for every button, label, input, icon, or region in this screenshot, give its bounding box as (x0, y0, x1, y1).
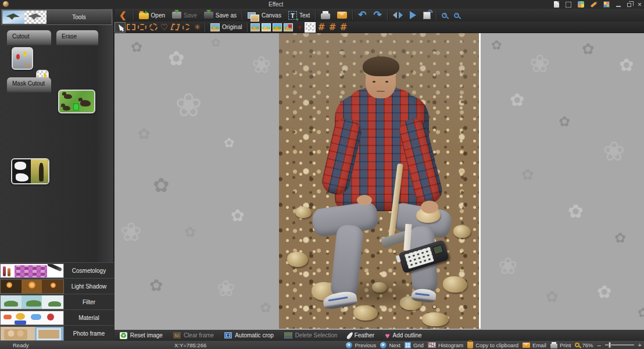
frame-tool-2[interactable]: # (327, 22, 338, 33)
undo-button[interactable]: ↶ (355, 9, 370, 22)
play-triangle-icon (410, 11, 416, 19)
effect-preview-3[interactable] (271, 22, 282, 33)
email-button[interactable] (334, 9, 350, 22)
zoom-plus[interactable]: + (638, 341, 642, 348)
palette-icon[interactable] (578, 1, 584, 8)
tools-panel-header[interactable]: Tools (1, 9, 112, 25)
effect-preview-4[interactable] (282, 22, 294, 33)
canvas-button[interactable]: Canvas (244, 9, 285, 22)
pointer-tool[interactable] (115, 22, 126, 33)
zoom-in-icon: + (442, 13, 447, 18)
feather-button[interactable]: Feather (343, 330, 380, 341)
editing-canvas[interactable] (115, 33, 644, 330)
restore-button[interactable] (627, 3, 631, 7)
color-grid-icon[interactable] (603, 1, 610, 8)
close-button[interactable]: × (638, 1, 642, 8)
open-button[interactable]: Open (135, 9, 169, 22)
erase-section-header[interactable]: Erase (56, 30, 98, 45)
rotate-button[interactable] (420, 9, 434, 22)
reset-image-button[interactable]: ♻Reset image (115, 330, 168, 341)
fullscreen-icon[interactable] (566, 2, 571, 8)
effect-thumbnail-icon (273, 23, 282, 31)
play-button[interactable] (406, 9, 420, 22)
flip-button[interactable] (389, 9, 406, 22)
category-filter[interactable]: Filter (0, 294, 114, 309)
zoom-out-button[interactable]: – (450, 9, 463, 22)
mask-cutout-section-header[interactable]: Mask Cutout (7, 77, 51, 92)
print-status-button[interactable]: Print (550, 342, 571, 348)
back-button[interactable]: ❮ (115, 9, 131, 22)
photo-image[interactable] (279, 33, 481, 329)
effect-preview-2[interactable] (260, 22, 271, 33)
redo-icon: ↷ (373, 11, 381, 19)
heart-select-tool[interactable]: ♡ (159, 22, 170, 33)
next-button[interactable]: Next (380, 342, 400, 348)
flip-horizontal-icon (393, 12, 403, 19)
frame-hash-icon: # (318, 23, 325, 31)
red-wand-tool[interactable]: ➤ (294, 22, 305, 33)
histogram-button[interactable]: Histogram (428, 342, 463, 348)
boy-hand (421, 201, 438, 213)
email-icon (523, 343, 530, 348)
add-outline-button[interactable]: ♥Add outline (380, 330, 427, 341)
redo-button[interactable]: ↷ (370, 9, 385, 22)
ellipse-select-tool[interactable] (148, 22, 159, 33)
previous-icon (346, 342, 352, 348)
transparent-background-tool[interactable] (305, 22, 316, 33)
flower-decoration (231, 208, 244, 224)
effect-preview-1[interactable] (249, 22, 260, 33)
email-status-button[interactable]: Email (523, 342, 546, 348)
category-photo-frame[interactable]: Photo frame (0, 325, 114, 341)
automatic-crop-button[interactable]: Automatic crop (219, 330, 279, 341)
print-icon (550, 344, 557, 348)
save-as-button[interactable]: Save as (201, 9, 240, 22)
frame-tool-1[interactable]: # (316, 22, 327, 33)
material-thumbnail (0, 311, 64, 325)
clear-frame-button[interactable]: Clear frame (168, 330, 219, 341)
previous-button[interactable]: Previous (346, 342, 376, 348)
scissors-icon: ✂ (25, 60, 31, 69)
rounded-rect-select-tool[interactable] (137, 22, 148, 33)
delete-selection-button[interactable]: Delete Selection (279, 330, 343, 341)
flower-decoration (491, 39, 502, 52)
frame-tool-3[interactable]: # (338, 22, 349, 33)
zoom-slider-thumb[interactable] (609, 342, 611, 348)
flower-decoration (619, 56, 634, 74)
flower-decoration (529, 52, 550, 76)
edit-pencil-icon[interactable] (591, 1, 597, 7)
mask-cutout-thumbnail[interactable] (11, 158, 49, 184)
jet-cutout-thumbnail-icon (28, 13, 42, 20)
text-button[interactable]: Text (285, 9, 313, 22)
category-cosmetology[interactable]: Cosmetology (0, 262, 114, 278)
soccer-player-yellow (23, 51, 27, 56)
grid-button[interactable]: Grid (405, 342, 424, 348)
erase-thumbnail[interactable] (58, 90, 95, 113)
zoom-indicator: 76% (575, 342, 593, 348)
rounded-rect-selection-icon (138, 24, 146, 30)
lasso-select-tool[interactable] (181, 22, 192, 33)
save-button[interactable]: Save (169, 9, 201, 22)
zoom-slider[interactable] (605, 344, 634, 346)
sticker-shape (3, 315, 12, 319)
original-button[interactable]: Original (207, 22, 245, 33)
polygon-select-tool[interactable] (170, 22, 181, 33)
zoom-minus[interactable]: – (597, 341, 600, 348)
tools-header-thumbnail (2, 10, 46, 24)
status-coordinates: X:Y=785:266 (174, 342, 206, 348)
cutout-thumbnail-1[interactable]: ✂ (12, 47, 33, 70)
magic-wand-tool[interactable]: ✳ (192, 22, 203, 33)
category-material[interactable]: Material (0, 309, 114, 325)
envelope-icon (337, 12, 347, 19)
copy-clipboard-button[interactable]: Copy to clipboard (467, 341, 518, 348)
minimize-button[interactable] (616, 6, 621, 7)
cutout-section-header[interactable]: Cutout (7, 30, 51, 45)
category-light-shadow[interactable]: Light Shadow (0, 278, 114, 294)
new-document-icon[interactable] (554, 1, 559, 8)
tools-sidebar: Tools Cutout ✂ Erase Mask Cutout (0, 9, 114, 341)
flower-decoration (597, 283, 611, 301)
rect-select-tool[interactable] (126, 22, 137, 33)
app-window: Effect × Tools Cutout ✂ (0, 0, 644, 349)
print-button[interactable] (317, 9, 334, 22)
boy-hand (357, 195, 372, 205)
zoom-in-button[interactable]: + (438, 9, 450, 22)
